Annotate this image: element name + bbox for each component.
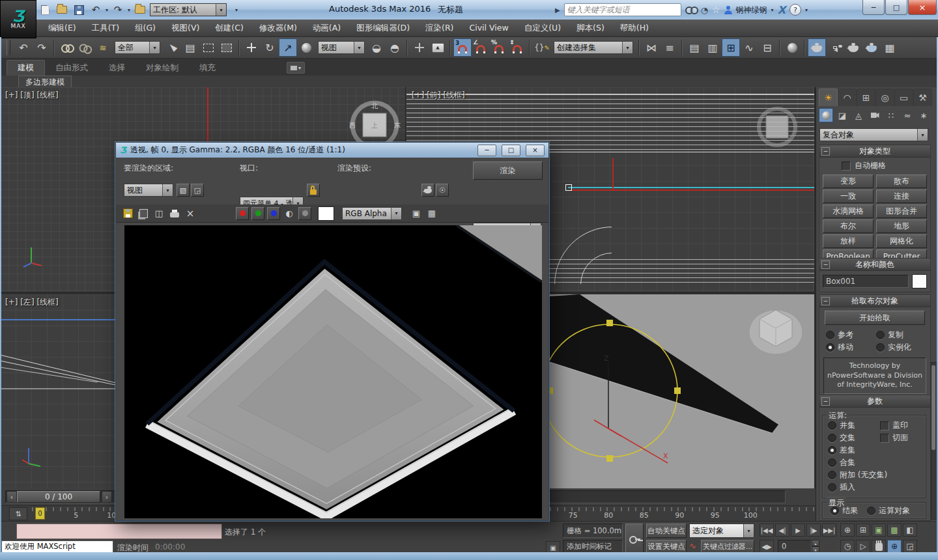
render-close-button[interactable]: × [526, 145, 545, 156]
key-mode-toggle[interactable]: ◀▶ [760, 540, 774, 553]
minimize-button[interactable]: ─ [862, 0, 885, 15]
pan-view-button[interactable] [872, 540, 886, 553]
select-and-rotate-button[interactable]: ↻ [261, 38, 279, 57]
play-animation-button[interactable]: ▶ [791, 524, 805, 537]
macro-recorder-line[interactable] [16, 524, 222, 539]
go-to-start-button[interactable]: |◀◀ [760, 524, 774, 537]
tab-motion[interactable]: ◎ [875, 89, 894, 106]
application-menu-button[interactable]: Ӡ MAX [0, 0, 36, 38]
next-frame-button[interactable]: |▶ [806, 524, 821, 537]
previous-frame-button[interactable]: ◀| [775, 524, 789, 537]
operation-flag[interactable]: 盖印 [880, 419, 908, 432]
background-color-swatch[interactable] [318, 206, 334, 221]
communication-center-icon[interactable]: ◔ [701, 5, 708, 15]
start-picking-button[interactable]: 开始拾取 [825, 311, 925, 325]
use-pivot-point-center-button[interactable]: ◒ [367, 38, 386, 57]
save-image-button[interactable] [121, 207, 134, 220]
image-compare-button[interactable]: ▦ [425, 207, 438, 220]
red-channel-toggle[interactable] [236, 207, 249, 220]
viewport-lock-button[interactable] [307, 184, 320, 197]
rendered-frame-window-button[interactable] [826, 38, 844, 57]
render-maximize-button[interactable]: □ [502, 145, 520, 156]
help-dropdown-arrow[interactable]: ▾ [805, 7, 808, 13]
zoom-extents-all-button[interactable]: ▩ [887, 524, 902, 537]
menu-item[interactable]: 动画(A) [305, 20, 348, 36]
copy-image-button[interactable] [137, 207, 150, 220]
named-selection-sets-dropdown[interactable]: 创建选择集 ▾ [554, 41, 633, 54]
schematic-view-button[interactable]: ⊟ [758, 38, 776, 57]
object-type-button[interactable]: 连接 [876, 189, 927, 203]
viewport-perspective[interactable]: Z X [550, 294, 814, 488]
zoom-extents-button[interactable]: ▣ [872, 524, 886, 537]
display-option[interactable]: 结果 [831, 505, 858, 517]
edit-named-selection-sets-button[interactable]: {}✎ [533, 38, 551, 57]
operation-option[interactable]: 交集 [828, 432, 887, 444]
undo-scene-button[interactable]: ↶ [14, 38, 33, 57]
menu-item[interactable]: 图形编辑器(D) [348, 20, 418, 36]
area-to-render-dropdown[interactable]: 视图 ▾ [124, 184, 173, 197]
object-name-field[interactable]: Box001 [823, 275, 909, 288]
display-option[interactable]: 运算对象 [867, 505, 910, 517]
key-filters-button[interactable]: 关键点过滤器... [701, 540, 754, 553]
category-space-warps[interactable]: ≈ [900, 108, 915, 122]
favorites-star-icon[interactable]: ☆ [712, 5, 720, 15]
current-frame-field[interactable]: 0 [778, 540, 812, 553]
menu-item[interactable]: 脚本(S) [569, 20, 612, 36]
clone-method-option[interactable]: 移动 [826, 341, 876, 354]
object-type-button[interactable]: 网格化 [876, 234, 927, 248]
frame-forward-button[interactable]: › [102, 491, 112, 503]
set-key-button[interactable]: 设置关键点 [646, 540, 687, 553]
alpha-channel-toggle[interactable] [298, 207, 311, 220]
signed-in-username[interactable]: 钢神绿钢 [736, 5, 767, 16]
clone-window-button[interactable]: ◫ [152, 207, 165, 220]
radio-icon[interactable] [828, 471, 836, 479]
maxscript-listener-line[interactable]: 欢迎使用 MAXScript [1, 540, 113, 553]
time-slider-handle[interactable]: 0 / 100 [17, 491, 100, 503]
scene-explorer-button[interactable]: ⊞ [722, 38, 740, 57]
tab-modify[interactable]: ◠ [838, 89, 857, 106]
object-type-button[interactable]: 变形 [823, 175, 874, 188]
category-shapes[interactable]: ◪ [835, 108, 849, 122]
set-key-big-button[interactable] [625, 524, 644, 553]
operation-option[interactable]: 合集 [828, 456, 887, 469]
object-type-button[interactable]: 地形 [876, 219, 927, 233]
object-type-button[interactable]: 图形合并 [876, 204, 927, 218]
workspace-extra-dropdown[interactable]: ▾ [229, 3, 244, 16]
project-folder-button[interactable] [133, 3, 147, 16]
menu-item[interactable]: 视图(V) [163, 20, 207, 36]
rollout-header[interactable]: −名称和颜色 [819, 259, 930, 271]
go-to-end-button[interactable]: ▶▶| [822, 524, 836, 537]
undo-button[interactable]: ↶ [89, 3, 103, 16]
selection-filter-dropdown[interactable]: 全部 ▾ [115, 41, 160, 54]
category-lights[interactable]: ◬ [851, 108, 866, 122]
radio-icon[interactable] [828, 421, 836, 430]
menu-item[interactable]: 工具(T) [84, 20, 127, 36]
add-time-tag-field[interactable]: 添加时间标记 [563, 540, 623, 553]
window-crossing-toggle[interactable] [218, 38, 236, 57]
tab-display[interactable]: ▭ [894, 89, 913, 106]
menu-item[interactable]: 帮助(H) [612, 20, 657, 36]
radio-icon[interactable] [826, 343, 834, 352]
play-selected-button[interactable]: ▷ [856, 540, 870, 553]
rendered-frame-window[interactable]: Ӡ 透视, 帧 0, 显示 Gamma: 2.2, RGBA 颜色 16 位/通… [115, 142, 549, 521]
use-selection-center-button[interactable]: ◓ [386, 38, 404, 57]
green-channel-toggle[interactable] [251, 207, 264, 220]
category-geometry[interactable] [819, 108, 833, 122]
monochrome-toggle[interactable]: ◐ [283, 207, 296, 220]
operation-option[interactable]: 附加 (无交集) [828, 469, 887, 481]
radio-icon[interactable] [867, 507, 875, 515]
render-button[interactable]: 渲染 [473, 161, 543, 180]
render-setup-button[interactable] [808, 38, 826, 57]
toolbar-grip[interactable] [7, 40, 10, 55]
render-window-title-bar[interactable]: Ӡ 透视, 帧 0, 显示 Gamma: 2.2, RGBA 颜色 16 位/通… [116, 143, 548, 158]
frame-back-button[interactable]: ‹ [7, 491, 17, 503]
mirror-button[interactable]: ⋈ [642, 38, 661, 57]
viewport-top-label[interactable]: [+] [顶] [线框] [5, 90, 59, 101]
clone-method-option[interactable]: 参考 [826, 329, 876, 341]
ribbon-tab[interactable]: 对象绘制 [135, 61, 189, 76]
unlink-selection-button[interactable] [76, 38, 94, 57]
zoom-all-button[interactable]: ⊞ [856, 524, 870, 537]
user-dropdown-arrow[interactable]: ▾ [771, 7, 774, 13]
menu-item[interactable]: 渲染(R) [418, 20, 461, 36]
new-file-button[interactable] [38, 3, 52, 16]
